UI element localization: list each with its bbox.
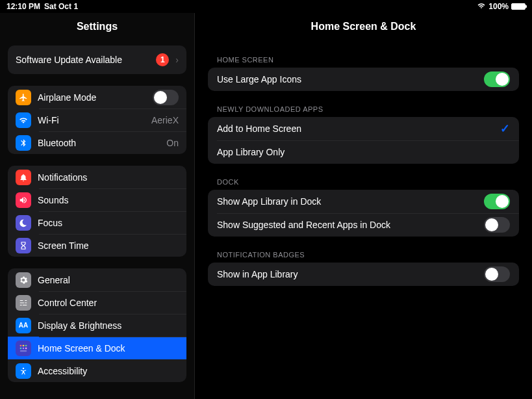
general-group: General Control Center AA Display & Brig…: [8, 268, 186, 382]
show-app-library-toggle[interactable]: [484, 194, 510, 209]
grid-icon: [16, 341, 31, 356]
bell-icon: [16, 170, 31, 185]
sounds-label: Sounds: [38, 195, 179, 205]
large-icons-label: Use Large App Icons: [217, 74, 484, 84]
focus-label: Focus: [38, 218, 179, 228]
battery-percent: 100%: [488, 2, 509, 11]
airplane-label: Airplane Mode: [38, 92, 146, 103]
dock-header: DOCK: [208, 178, 519, 190]
text-size-icon: AA: [16, 318, 31, 333]
svg-rect-6: [20, 350, 27, 351]
home-dock-label: Home Screen & Dock: [38, 343, 179, 354]
speaker-icon: [16, 192, 31, 208]
show-suggested-row[interactable]: Show Suggested and Recent Apps in Dock: [208, 213, 519, 237]
svg-rect-1: [23, 344, 24, 346]
sidebar-sounds[interactable]: Sounds: [8, 188, 186, 211]
home-screen-header: HOME SCREEN: [208, 56, 519, 68]
bluetooth-icon: [16, 135, 31, 151]
newly-downloaded-header: NEWLY DOWNLOADED APPS: [208, 105, 519, 117]
svg-rect-0: [20, 344, 21, 346]
svg-rect-4: [23, 347, 24, 348]
sidebar-control-center[interactable]: Control Center: [8, 291, 186, 314]
large-icons-toggle[interactable]: [484, 71, 510, 87]
display-label: Display & Brightness: [38, 320, 179, 331]
wifi-icon: [16, 112, 31, 128]
wifi-label: Wi-Fi: [38, 115, 145, 125]
airplane-toggle[interactable]: [153, 90, 179, 105]
use-large-app-icons-row[interactable]: Use Large App Icons: [208, 68, 519, 91]
status-date: Sat Oct 1: [44, 2, 78, 11]
sliders-icon: [16, 295, 31, 311]
sidebar-notifications[interactable]: Notifications: [8, 166, 186, 188]
show-in-library-toggle[interactable]: [484, 266, 510, 282]
airplane-icon: [16, 90, 31, 105]
show-in-library-label: Show in App Library: [217, 269, 484, 279]
svg-rect-5: [25, 347, 27, 348]
check-icon: ✓: [500, 122, 510, 136]
add-to-home-screen-row[interactable]: Add to Home Screen ✓: [208, 117, 519, 140]
bluetooth-value: On: [166, 138, 179, 148]
show-suggested-label: Show Suggested and Recent Apps in Dock: [217, 220, 484, 230]
connectivity-group: Airplane Mode Wi-Fi AerieX Bluetooth On: [8, 86, 186, 154]
notifications-label: Notifications: [38, 172, 179, 183]
software-update-label: Software Update Available: [16, 55, 149, 65]
sidebar-accessibility[interactable]: Accessibility: [8, 359, 186, 382]
accessibility-label: Accessibility: [38, 366, 179, 376]
show-app-library-dock-row[interactable]: Show App Library in Dock: [208, 190, 519, 213]
control-center-label: Control Center: [38, 298, 179, 308]
sidebar-screen-time[interactable]: Screen Time: [8, 234, 186, 257]
svg-rect-2: [25, 344, 27, 346]
status-bar: 12:10 PM Sat Oct 1 100%: [0, 0, 532, 13]
show-app-library-label: Show App Library in Dock: [217, 196, 484, 207]
status-time: 12:10 PM: [6, 2, 40, 11]
hourglass-icon: [16, 238, 31, 253]
sidebar-focus[interactable]: Focus: [8, 211, 186, 234]
sidebar-airplane-mode[interactable]: Airplane Mode: [8, 86, 186, 109]
app-library-only-row[interactable]: App Library Only: [208, 140, 519, 164]
app-library-only-label: App Library Only: [217, 147, 510, 157]
sidebar-general[interactable]: General: [8, 268, 186, 291]
detail-pane: Home Screen & Dock HOME SCREEN Use Large…: [195, 13, 532, 399]
wifi-icon: [477, 2, 486, 11]
chevron-right-icon: ›: [175, 55, 179, 65]
gear-icon: [16, 272, 31, 288]
show-suggested-toggle[interactable]: [484, 217, 510, 233]
bluetooth-label: Bluetooth: [38, 138, 160, 148]
notification-badges-header: NOTIFICATION BADGES: [208, 251, 519, 263]
sidebar-title: Settings: [0, 13, 194, 45]
svg-point-7: [23, 367, 24, 368]
svg-rect-3: [20, 347, 21, 348]
sidebar-software-update[interactable]: Software Update Available 1 ›: [8, 45, 186, 74]
settings-sidebar: Settings Software Update Available 1 › A…: [0, 13, 195, 399]
show-in-app-library-row[interactable]: Show in App Library: [208, 263, 519, 286]
add-home-label: Add to Home Screen: [217, 123, 500, 134]
update-badge: 1: [156, 53, 169, 66]
general-label: General: [38, 275, 179, 285]
sidebar-home-screen-dock[interactable]: Home Screen & Dock: [8, 337, 186, 359]
screen-time-label: Screen Time: [38, 240, 179, 251]
sidebar-display-brightness[interactable]: AA Display & Brightness: [8, 314, 186, 337]
wifi-value: AerieX: [151, 115, 179, 125]
sidebar-wifi[interactable]: Wi-Fi AerieX: [8, 109, 186, 131]
attention-group: Notifications Sounds Focus Screen Time: [8, 166, 186, 257]
accessibility-icon: [16, 363, 31, 379]
moon-icon: [16, 215, 31, 231]
sidebar-bluetooth[interactable]: Bluetooth On: [8, 131, 186, 154]
battery-icon: [511, 3, 526, 10]
detail-title: Home Screen & Dock: [208, 13, 519, 56]
